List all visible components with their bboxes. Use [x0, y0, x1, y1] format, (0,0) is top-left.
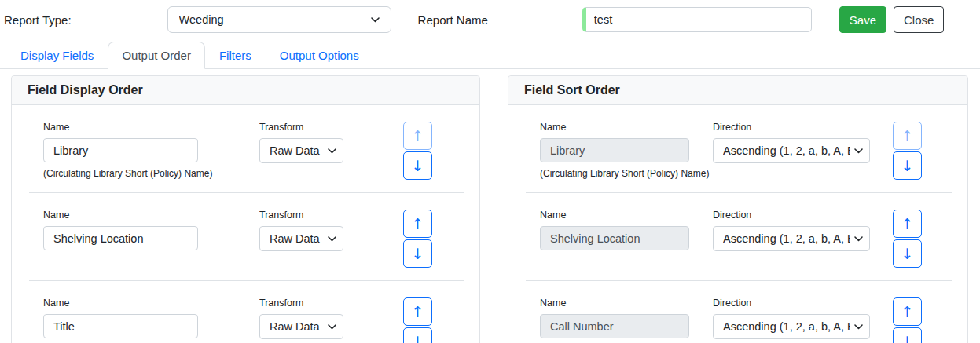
field-select-value: Ascending (1, 2, a, b, A, B)	[723, 320, 850, 333]
field-name-group: Name (Circulating Library Short (Policy)…	[43, 122, 198, 179]
report-type-label: Report Type:	[4, 13, 72, 27]
tab-filters[interactable]: Filters	[205, 42, 266, 69]
field-name-group: Name	[43, 210, 198, 250]
field-select-value: Raw Data	[270, 144, 323, 157]
field-hint: (Circulating Library Short (Policy) Name…	[540, 168, 689, 179]
field-select[interactable]: Raw Data	[259, 226, 343, 251]
output-order-content: Field Display Order Name (Circulating Li…	[0, 69, 980, 343]
mid-label: Transform	[259, 122, 343, 133]
panel-title: Field Sort Order	[508, 76, 967, 105]
move-buttons: ↑ ↓	[403, 122, 432, 180]
move-down-button[interactable]: ↓	[893, 151, 922, 180]
chevron-down-icon	[854, 324, 863, 330]
move-buttons: ↑ ↓	[403, 297, 432, 343]
field-select[interactable]: Ascending (1, 2, a, b, A, B)	[713, 226, 870, 251]
panel-title: Field Display Order	[12, 76, 479, 105]
field-hint: (Circulating Library Short (Policy) Name…	[43, 168, 198, 179]
field-name-input	[540, 314, 689, 338]
name-label: Name	[43, 122, 198, 133]
chevron-down-icon	[371, 17, 380, 23]
tab-output-order[interactable]: Output Order	[108, 42, 205, 69]
name-label: Name	[540, 210, 689, 221]
report-type-select[interactable]: Weeding	[167, 6, 391, 33]
report-name-input[interactable]	[582, 7, 812, 32]
tab-output-options[interactable]: Output Options	[266, 42, 373, 69]
field-name-group: Name	[43, 297, 198, 338]
field-mid-group: Direction Ascending (1, 2, a, b, A, B)	[713, 122, 870, 163]
tab-bar: Display FieldsOutput OrderFiltersOutput …	[0, 42, 980, 69]
close-button[interactable]: Close	[894, 6, 944, 33]
save-button[interactable]: Save	[839, 6, 886, 33]
field-row: Name (Circulating Library Short (Policy)…	[508, 105, 967, 192]
name-label: Name	[43, 297, 198, 308]
field-name-input	[540, 226, 689, 250]
name-label: Name	[540, 297, 689, 308]
report-header-bar: Report Type: Weeding Report Name Save Cl…	[0, 0, 980, 38]
move-buttons: ↑ ↓	[893, 122, 922, 180]
mid-label: Transform	[259, 297, 343, 308]
mid-label: Transform	[259, 210, 343, 221]
move-down-button[interactable]: ↓	[893, 239, 922, 268]
move-down-button[interactable]: ↓	[893, 327, 922, 343]
field-sort-order-panel: Field Sort Order Name (Circulating Libra…	[508, 75, 968, 343]
name-label: Name	[43, 210, 198, 221]
field-select[interactable]: Ascending (1, 2, a, b, A, B)	[713, 138, 870, 163]
report-type-value: Weeding	[179, 13, 366, 26]
field-mid-group: Transform Raw Data	[259, 210, 343, 251]
tab-display-fields[interactable]: Display Fields	[6, 42, 108, 69]
field-mid-group: Transform Raw Data	[259, 297, 343, 339]
field-name-input[interactable]	[43, 314, 198, 338]
move-up-button[interactable]: ↑	[403, 210, 432, 238]
field-select-value: Raw Data	[270, 320, 323, 333]
field-mid-group: Transform Raw Data	[259, 122, 343, 163]
sort-rows: Name (Circulating Library Short (Policy)…	[508, 105, 967, 343]
field-select-value: Raw Data	[270, 232, 323, 245]
move-buttons: ↑ ↓	[893, 210, 922, 268]
field-select-value: Ascending (1, 2, a, b, A, B)	[723, 232, 850, 245]
report-name-label: Report Name	[418, 13, 488, 27]
field-row: Name Transform Raw Data ↑ ↓	[12, 281, 479, 343]
chevron-down-icon	[328, 236, 336, 242]
move-up-button: ↑	[403, 122, 432, 150]
move-up-button: ↑	[893, 122, 922, 150]
field-row: Name Direction Ascending (1, 2, a, b, A,…	[508, 193, 967, 280]
field-name-group: Name (Circulating Library Short (Policy)…	[540, 122, 689, 179]
chevron-down-icon	[854, 148, 863, 154]
chevron-down-icon	[854, 236, 863, 242]
mid-label: Direction	[713, 122, 870, 133]
move-up-button[interactable]: ↑	[893, 297, 922, 326]
move-up-button[interactable]: ↑	[893, 210, 922, 238]
field-select[interactable]: Ascending (1, 2, a, b, A, B)	[713, 314, 870, 339]
name-label: Name	[540, 122, 689, 133]
field-row: Name Transform Raw Data ↑ ↓	[12, 193, 479, 280]
field-name-input[interactable]	[43, 226, 198, 250]
field-name-group: Name	[540, 210, 689, 250]
chevron-down-icon	[328, 148, 336, 154]
mid-label: Direction	[713, 297, 870, 308]
field-name-input[interactable]	[43, 138, 198, 162]
field-mid-group: Direction Ascending (1, 2, a, b, A, B)	[713, 210, 870, 251]
chevron-down-icon	[328, 324, 336, 330]
field-display-order-panel: Field Display Order Name (Circulating Li…	[11, 75, 480, 343]
display-rows: Name (Circulating Library Short (Policy)…	[12, 105, 479, 343]
field-select[interactable]: Raw Data	[259, 314, 343, 339]
move-down-button[interactable]: ↓	[403, 239, 432, 268]
field-select[interactable]: Raw Data	[259, 138, 343, 163]
move-buttons: ↑ ↓	[893, 297, 922, 343]
field-name-input	[540, 138, 689, 162]
field-select-value: Ascending (1, 2, a, b, A, B)	[723, 144, 850, 157]
field-row: Name (Circulating Library Short (Policy)…	[12, 105, 479, 192]
mid-label: Direction	[713, 210, 870, 221]
field-name-group: Name (Call Number Label)	[540, 297, 689, 343]
field-row: Name (Call Number Label) Direction Ascen…	[508, 281, 967, 343]
move-down-button[interactable]: ↓	[403, 327, 432, 343]
move-buttons: ↑ ↓	[403, 210, 432, 268]
move-down-button[interactable]: ↓	[403, 151, 432, 180]
move-up-button[interactable]: ↑	[403, 297, 432, 326]
field-mid-group: Direction Ascending (1, 2, a, b, A, B)	[713, 297, 870, 339]
